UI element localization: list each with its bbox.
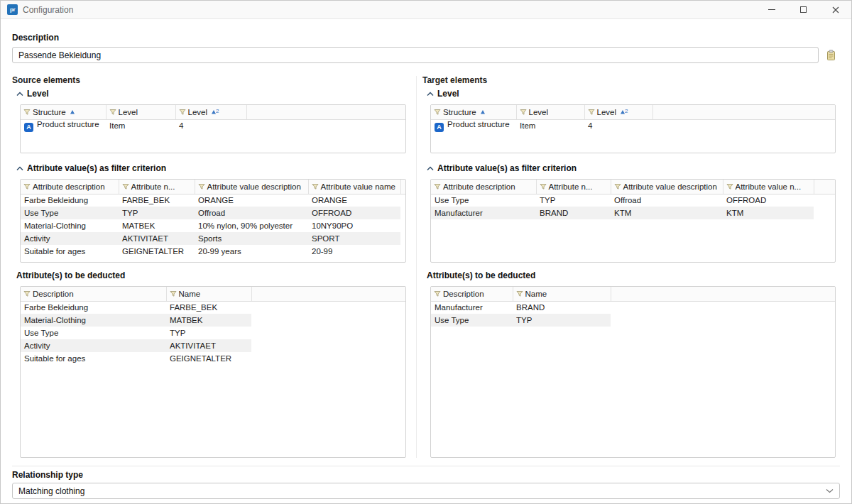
column-header[interactable]: Attribute value description bbox=[611, 180, 723, 194]
data-grid: StructureLevelLevel2AProduct structureIt… bbox=[21, 105, 405, 132]
table-cell: Offroad bbox=[195, 207, 308, 219]
data-grid: Attribute descriptionAttribute n...Attri… bbox=[431, 180, 835, 219]
table-cell: ORANGE bbox=[195, 194, 308, 207]
table-cell-filler bbox=[251, 352, 405, 365]
filter-funnel-icon bbox=[170, 290, 177, 297]
table-cell: 20-99 years bbox=[195, 245, 308, 258]
minimize-icon bbox=[768, 9, 775, 10]
column-header[interactable]: Level bbox=[516, 105, 584, 119]
collapse-chevron-icon[interactable] bbox=[16, 166, 23, 171]
source-deduct-section-header: Attribute(s) to be deducted bbox=[16, 271, 410, 280]
table-row[interactable]: ActivityAKTIVITAET bbox=[21, 339, 405, 352]
configuration-window: pr Configuration Description bbox=[0, 0, 852, 504]
table-row[interactable]: Material-ClothingMATBEK10% nylon, 90% po… bbox=[21, 219, 405, 232]
table-cell: Use Type bbox=[431, 194, 536, 207]
description-input[interactable] bbox=[12, 47, 819, 63]
table-row[interactable]: Farbe BekleidungFARBE_BEK bbox=[21, 301, 405, 314]
data-grid: StructureLevelLevel2AProduct structureIt… bbox=[431, 105, 835, 132]
maximize-button[interactable] bbox=[787, 1, 819, 19]
close-button[interactable] bbox=[819, 1, 851, 19]
table-cell: Activity bbox=[21, 232, 119, 245]
table-cell: 20-99 bbox=[308, 245, 400, 258]
column-header-filler bbox=[400, 180, 405, 194]
column-header[interactable]: Name bbox=[513, 287, 611, 301]
filter-funnel-icon bbox=[122, 183, 129, 190]
column-header[interactable]: Attribute value name bbox=[308, 180, 400, 194]
table-row[interactable]: Suitable for agesGEIGNETALTER bbox=[21, 352, 405, 365]
table-cell: FARBE_BEK bbox=[119, 194, 195, 207]
column-header[interactable]: Level bbox=[106, 105, 175, 119]
table-row[interactable]: ManufacturerBRAND bbox=[431, 301, 835, 314]
filter-funnel-icon bbox=[23, 290, 31, 297]
table-row[interactable]: ManufacturerBRANDKTMKTM bbox=[431, 207, 835, 219]
table-cell: Manufacturer bbox=[431, 207, 536, 219]
table-row[interactable]: Farbe BekleidungFARBE_BEKORANGEORANGE bbox=[21, 194, 405, 207]
table-row[interactable]: Suitable for agesGEIGNETALTER20-99 years… bbox=[21, 245, 405, 258]
filter-funnel-icon bbox=[726, 183, 733, 190]
column-header[interactable]: Description bbox=[21, 287, 166, 301]
sort-order-number: 2 bbox=[216, 108, 219, 114]
table-cell: AProduct structure bbox=[21, 119, 106, 132]
section-title: Level bbox=[27, 89, 49, 99]
minimize-button[interactable] bbox=[755, 1, 787, 19]
collapse-chevron-icon[interactable] bbox=[427, 92, 434, 97]
section-title: Level bbox=[437, 89, 459, 99]
column-header[interactable]: Level2 bbox=[175, 105, 246, 119]
data-grid: Attribute descriptionAttribute n...Attri… bbox=[21, 180, 405, 258]
source-filter-section-header: Attribute value(s) as filter criterion bbox=[16, 164, 410, 173]
column-header[interactable]: Level2 bbox=[584, 105, 652, 119]
target-filter-section-header: Attribute value(s) as filter criterion bbox=[427, 164, 840, 173]
table-cell: Suitable for ages bbox=[21, 352, 166, 365]
table-cell-filler bbox=[814, 207, 835, 219]
table-row[interactable]: Use TypeTYPOffroadOFFROAD bbox=[21, 207, 405, 219]
filter-funnel-icon bbox=[614, 183, 621, 190]
column-header-filler bbox=[814, 180, 835, 194]
table-row[interactable]: Use TypeTYPOffroadOFFROAD bbox=[431, 194, 835, 207]
table-cell-filler bbox=[246, 119, 405, 132]
collapse-chevron-icon[interactable] bbox=[16, 92, 23, 97]
app-logo-icon: pr bbox=[7, 4, 18, 15]
data-grid: DescriptionNameFarbe BekleidungFARBE_BEK… bbox=[21, 287, 405, 365]
table-cell: Use Type bbox=[21, 207, 119, 219]
column-header[interactable]: Description bbox=[431, 287, 513, 301]
description-block: Description bbox=[12, 33, 840, 63]
table-cell-filler bbox=[611, 301, 835, 314]
table-cell: TYP bbox=[166, 327, 251, 339]
table-row[interactable]: AProduct structureItem4 bbox=[21, 119, 405, 132]
column-header[interactable]: Attribute description bbox=[21, 180, 119, 194]
column-header[interactable]: Attribute n... bbox=[536, 180, 611, 194]
section-title: Attribute value(s) as filter criterion bbox=[27, 164, 166, 173]
column-header[interactable]: Attribute value description bbox=[195, 180, 308, 194]
table-row[interactable]: Use TypeTYP bbox=[431, 314, 835, 327]
maximize-icon bbox=[800, 6, 807, 13]
relationship-dropdown[interactable]: Matching clothing bbox=[12, 483, 840, 499]
table-cell: Material-Clothing bbox=[21, 314, 166, 327]
paste-button[interactable] bbox=[821, 47, 840, 63]
table-cell: Suitable for ages bbox=[21, 245, 119, 258]
table-row[interactable]: AProduct structureItem4 bbox=[431, 119, 835, 132]
table-cell: Farbe Bekleidung bbox=[21, 301, 166, 314]
filter-funnel-icon bbox=[23, 109, 31, 116]
column-header[interactable]: Structure bbox=[21, 105, 106, 119]
column-header[interactable]: Structure bbox=[431, 105, 516, 119]
column-header[interactable]: Attribute value n... bbox=[723, 180, 814, 194]
column-header[interactable]: Name bbox=[166, 287, 251, 301]
target-deduct-table: DescriptionNameManufacturerBRANDUse Type… bbox=[430, 286, 836, 458]
panels: Source elements Level StructureLevelLeve… bbox=[12, 76, 840, 458]
table-cell: ORANGE bbox=[308, 194, 400, 207]
table-row[interactable]: ActivityAKTIVITAETSportsSPORT bbox=[21, 232, 405, 245]
collapse-chevron-icon[interactable] bbox=[427, 166, 434, 171]
table-row[interactable]: Use TypeTYP bbox=[21, 327, 405, 339]
column-header[interactable]: Attribute description bbox=[431, 180, 536, 194]
table-cell: KTM bbox=[611, 207, 723, 219]
source-panel-title: Source elements bbox=[12, 76, 410, 85]
table-cell: TYP bbox=[536, 194, 611, 207]
table-row[interactable]: Material-ClothingMATBEK bbox=[21, 314, 405, 327]
filter-funnel-icon bbox=[588, 109, 595, 116]
table-cell-filler bbox=[251, 327, 405, 339]
table-cell: Activity bbox=[21, 339, 166, 352]
table-cell: Material-Clothing bbox=[21, 219, 119, 232]
table-cell-filler bbox=[251, 314, 405, 327]
column-header[interactable]: Attribute n... bbox=[119, 180, 195, 194]
table-cell: Offroad bbox=[611, 194, 723, 207]
